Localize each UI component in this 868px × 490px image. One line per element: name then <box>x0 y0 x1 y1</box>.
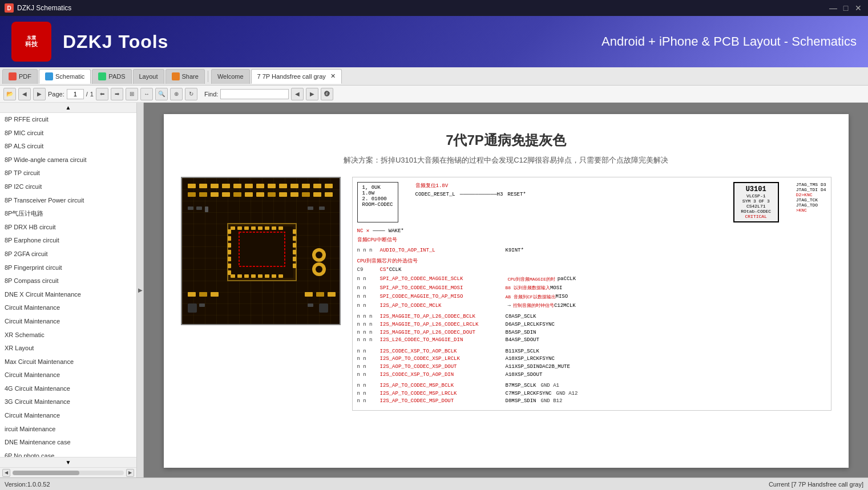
sidebar-item-12[interactable]: 8P Compass circuit <box>0 274 136 288</box>
find-input[interactable] <box>220 89 289 99</box>
pads-icon <box>98 72 106 80</box>
svg-rect-71 <box>308 206 313 210</box>
svg-rect-36 <box>258 226 263 230</box>
svg-rect-58 <box>265 274 269 278</box>
audio-int-signal: AUDIO_TO_AOP_INT_L <box>380 247 506 254</box>
int-label: INT* <box>511 247 524 254</box>
sidebar-item-4[interactable]: 8P TP circuit <box>0 167 136 180</box>
svg-rect-20 <box>222 192 230 197</box>
mclk-anno: 控制音频的时钟信号 <box>513 302 554 309</box>
sidebar-item-21[interactable]: 3G Circuit Maintenance <box>0 395 136 409</box>
signal-row-msp-bclk: n n I2S_AP_TO_CODEC_MSP_BCLK B7 MSP_SCLK… <box>357 382 826 390</box>
hscroll-thumb[interactable] <box>13 471 79 475</box>
svg-rect-25 <box>279 192 287 197</box>
svg-rect-43 <box>228 250 231 254</box>
sidebar-scroll-down[interactable]: ▼ <box>0 457 136 467</box>
find-prev-button[interactable]: ◀ <box>291 88 304 100</box>
sidebar-item-10[interactable]: 8P 2GFA circuit <box>0 248 136 261</box>
rotate-button[interactable]: ↻ <box>185 88 197 100</box>
sidebar-item-2[interactable]: 8P ALS circuit <box>0 140 136 153</box>
next-page-button[interactable]: ➡ <box>111 88 123 100</box>
tab-pads[interactable]: PADS <box>92 69 131 84</box>
sidebar-item-13[interactable]: DNE X Circuit Maintenance <box>0 288 136 302</box>
sidebar-item-6[interactable]: 8P Transceiver Power circuit <box>0 194 136 208</box>
prev-page-button[interactable]: ⬅ <box>96 88 108 100</box>
title-bar: D DZKJ Schematics — □ ✕ <box>0 0 868 16</box>
version-label: Version:1.0.0.52 <box>5 481 50 488</box>
sidebar-item-16[interactable]: XR Schematic <box>0 329 136 342</box>
svg-rect-55 <box>244 274 249 278</box>
tab-pdf[interactable]: PDF <box>2 69 38 84</box>
sidebar-item-19[interactable]: Circuit Maintenance <box>0 368 136 382</box>
sidebar-item-7[interactable]: 8P气压计电路 <box>0 207 136 221</box>
row-nums-msp2: n n <box>357 390 380 398</box>
tab-schematic[interactable]: Schematic <box>39 69 91 84</box>
tab-share[interactable]: Share <box>165 69 205 84</box>
row-nums-asp4: n n n <box>357 337 380 344</box>
svg-rect-5 <box>199 184 207 188</box>
sidebar-item-1[interactable]: 8P MIC circuit <box>0 127 136 140</box>
svg-rect-61 <box>188 292 196 297</box>
zoom-in-button[interactable]: ⊕ <box>170 88 183 100</box>
close-button[interactable]: ✕ <box>853 3 863 13</box>
sidebar-item-0[interactable]: 8P RFFE circuit <box>0 113 136 127</box>
page-input[interactable] <box>67 89 84 99</box>
signal-row-cs-label: CPU到音频芯片的外选信号 <box>357 258 826 265</box>
sidebar-item-24[interactable]: DNE Maintenance case <box>0 436 136 449</box>
welcome-label: Welcome <box>217 73 244 80</box>
nav-open-button[interactable]: 📂 <box>3 88 16 100</box>
sidebar-item-18[interactable]: Max Circuit Maintenance <box>0 355 136 369</box>
asp-lrclk-label: ASP_LRCLKFSYNC <box>511 321 555 329</box>
fit-width-button[interactable]: ↔ <box>140 88 153 100</box>
tab-active-doc[interactable]: 7 7P Handsfree call gray ✕ <box>251 69 342 84</box>
close-tab-icon[interactable]: ✕ <box>330 72 336 80</box>
sidebar-item-5[interactable]: 8P I2C circuit <box>0 180 136 194</box>
doc-content: 1, 0UK 1.0W 2. 01000 ROOM-CODEC 音频复位1.8V… <box>181 177 831 411</box>
find-options-button[interactable]: 🅐 <box>321 88 333 100</box>
hscroll-right[interactable]: ▶ <box>126 469 134 477</box>
zoom-out-button[interactable]: 🔍 <box>155 88 168 100</box>
vref-line3: 2. 01000 <box>362 196 393 202</box>
mclk-label: MCLK <box>563 302 576 310</box>
page-separator: / <box>86 91 88 98</box>
svg-rect-13 <box>290 184 298 188</box>
mclk-pin: C12 <box>554 302 563 310</box>
sidebar-item-3[interactable]: 8P Wide-angle camera circuit <box>0 153 136 167</box>
nav-back-button[interactable]: ◀ <box>18 88 31 100</box>
row-nums-msp1: n n <box>357 382 380 390</box>
svg-rect-45 <box>228 264 231 268</box>
row-nums-spi1: n n <box>357 276 380 283</box>
sidebar-item-11[interactable]: 8P Fingerprint circuit <box>0 261 136 275</box>
svg-rect-23 <box>256 192 264 197</box>
svg-rect-14 <box>302 184 310 188</box>
svg-rect-66 <box>328 292 336 297</box>
cclk-label: CCLK <box>389 266 402 274</box>
tab-welcome[interactable]: Welcome <box>211 69 250 84</box>
minimize-button[interactable]: — <box>828 3 838 13</box>
sidebar-item-20[interactable]: 4G Circuit Maintenance <box>0 382 136 396</box>
fit-page-button[interactable]: ⊞ <box>126 88 138 100</box>
tab-layout[interactable]: Layout <box>133 69 164 84</box>
sidebar-scroll-up[interactable]: ▲ <box>0 103 136 113</box>
sidebar-item-23[interactable]: ircuit Maintenance <box>0 423 136 436</box>
svg-rect-6 <box>211 184 219 188</box>
nav-forward-button[interactable]: ▶ <box>33 88 46 100</box>
sidebar-item-15[interactable]: Circuit Maintenance <box>0 315 136 329</box>
svg-rect-40 <box>228 229 231 234</box>
sidebar-item-8[interactable]: 8P DRX HB circuit <box>0 221 136 234</box>
spi-anno: CPU到音频MAGGIE的时 <box>508 276 555 282</box>
mosi-anno: B8 以到音频数据输入 <box>506 285 550 291</box>
row-nums-xsp3: n n <box>357 363 380 371</box>
sidebar-item-9[interactable]: 8P Earphone circuit <box>0 234 136 248</box>
asp-din-signal: I2S_L26_CODEC_TO_MAGGIE_DIN <box>380 337 506 344</box>
sidebar-item-17[interactable]: XR Layout <box>0 342 136 355</box>
hscroll-left[interactable]: ◀ <box>2 469 10 477</box>
h3-wire: ————————————H3 <box>460 192 503 197</box>
find-next-button[interactable]: ▶ <box>306 88 318 100</box>
maximize-button[interactable]: □ <box>841 3 851 13</box>
sidebar-toggle[interactable]: ▶ <box>137 103 144 477</box>
logo-line2: 科技 <box>25 41 38 48</box>
sidebar[interactable]: ▲ 8P RFFE circuit 8P MIC circuit 8P ALS … <box>0 103 137 477</box>
sidebar-item-14[interactable]: Circuit Maintenance <box>0 301 136 315</box>
sidebar-item-22[interactable]: Circuit Maintenance <box>0 409 136 423</box>
